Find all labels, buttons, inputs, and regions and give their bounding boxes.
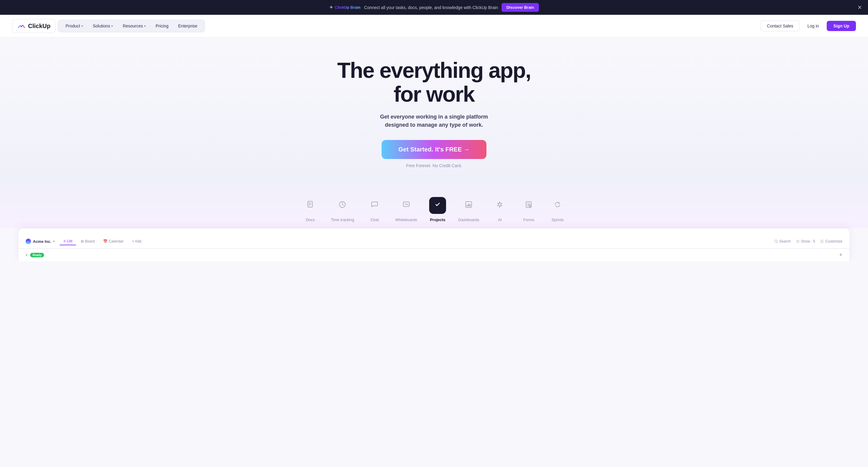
whiteboards-icon <box>402 201 410 210</box>
app-brand[interactable]: Acme Inc. ▾ <box>26 239 55 244</box>
customize-toolbar-button[interactable]: Customize <box>820 239 842 243</box>
nav-menu: Product ▾ Solutions ▾ Resources ▾ Pricin… <box>58 20 205 32</box>
docs-icon-wrap <box>302 197 319 214</box>
hero-title: The everything app, for work <box>329 59 539 106</box>
dashboards-icon <box>465 201 472 210</box>
hero-section: The everything app, for work Get everyon… <box>0 37 868 180</box>
hero-caption: Free Forever. No Credit Card. <box>6 163 862 168</box>
view-tab-list[interactable]: ≡ List <box>60 237 76 245</box>
app-toolbar-right: Search Show · 5 Customize <box>774 239 842 243</box>
view-tab-add[interactable]: + Add <box>128 237 145 245</box>
tab-forms[interactable]: Forms <box>514 192 543 228</box>
svg-rect-24 <box>796 242 799 242</box>
app-toolbar: Acme Inc. ▾ ≡ List ⊞ Board 📅 Calendar + … <box>19 234 849 249</box>
tab-sprints[interactable]: Sprints <box>543 192 572 228</box>
view-tab-board[interactable]: ⊞ Board <box>77 237 98 245</box>
view-tab-calendar[interactable]: 📅 Calendar <box>99 237 127 245</box>
banner-logo-text: ClickUp Brain <box>335 5 361 10</box>
time-tracking-icon-wrap <box>334 197 351 214</box>
whiteboards-icon-wrap <box>398 197 415 214</box>
feature-tabs: Docs Time tracking Chat Whiteboards <box>0 180 868 228</box>
get-started-button[interactable]: Get Started. It's FREE → <box>381 140 487 159</box>
show-toolbar-button[interactable]: Show · 5 <box>796 239 815 243</box>
calendar-icon: 📅 <box>103 239 107 243</box>
projects-tab-label: Projects <box>430 217 445 222</box>
tab-dashboards[interactable]: Dashboards <box>452 192 485 228</box>
nav-item-enterprise[interactable]: Enterprise <box>174 22 202 30</box>
svg-line-6 <box>342 205 343 205</box>
hero-subtitle-line1: Get everyone working in a single platfor… <box>380 114 488 120</box>
sprints-icon-wrap <box>549 197 566 214</box>
tab-time-tracking[interactable]: Time tracking <box>325 192 361 228</box>
tab-projects[interactable]: Projects <box>423 192 452 228</box>
svg-rect-22 <box>796 240 799 240</box>
clickup-logo[interactable]: ClickUp <box>12 19 56 33</box>
product-chevron-icon: ▾ <box>82 24 83 28</box>
svg-point-25 <box>822 241 823 242</box>
dashboards-icon-wrap <box>460 197 477 214</box>
ready-badge: Ready <box>30 253 44 257</box>
hero-title-line2: for work <box>394 82 474 106</box>
chat-icon <box>371 201 378 210</box>
projects-icon <box>433 200 442 211</box>
tab-ai[interactable]: AI <box>485 192 514 228</box>
banner-logo: ✦ ClickUp Brain <box>329 4 361 10</box>
expand-icon[interactable]: + <box>839 252 842 258</box>
search-icon <box>774 239 778 243</box>
nav-item-product[interactable]: Product ▾ <box>61 22 87 30</box>
tab-chat[interactable]: Chat <box>360 192 389 228</box>
sprints-tab-label: Sprints <box>552 217 564 222</box>
app-preview: Acme Inc. ▾ ≡ List ⊞ Board 📅 Calendar + … <box>18 228 850 261</box>
row-chevron-icon[interactable]: ▾ <box>26 253 28 257</box>
list-icon: ≡ <box>63 239 65 243</box>
board-label: Board <box>85 239 95 243</box>
ai-tab-label: AI <box>498 217 501 222</box>
customize-icon <box>820 239 824 243</box>
ai-icon-wrap <box>491 197 508 214</box>
banner-message: Connect all your tasks, docs, people, an… <box>364 5 498 10</box>
search-toolbar-button[interactable]: Search <box>774 239 791 243</box>
sprints-icon <box>554 201 561 210</box>
app-toolbar-left: Acme Inc. ▾ ≡ List ⊞ Board 📅 Calendar + … <box>26 237 145 245</box>
discover-brain-button[interactable]: Discover Brain <box>501 3 539 12</box>
hero-subtitle-line2: designed to manage any type of work. <box>385 122 483 128</box>
login-button[interactable]: Log in <box>803 21 824 31</box>
customize-label: Customize <box>825 239 842 243</box>
show-icon <box>796 239 800 243</box>
solutions-chevron-icon: ▾ <box>111 24 113 28</box>
whiteboards-tab-label: Whiteboards <box>395 217 417 222</box>
nav-left: ClickUp Product ▾ Solutions ▾ Resources … <box>12 19 205 33</box>
clickup-logo-text: ClickUp <box>28 23 50 30</box>
nav-right: Contact Sales Log in Sign Up <box>761 21 856 31</box>
hero-title-line1: The everything app, <box>337 58 531 82</box>
view-tabs: ≡ List ⊞ Board 📅 Calendar + Add <box>60 237 145 245</box>
sparkle-icon: ✦ <box>329 4 333 10</box>
forms-tab-label: Forms <box>523 217 534 222</box>
svg-rect-10 <box>467 205 468 206</box>
calendar-label: Calendar <box>109 239 124 243</box>
search-label: Search <box>779 239 791 243</box>
tab-docs[interactable]: Docs <box>296 192 325 228</box>
navbar: ClickUp Product ▾ Solutions ▾ Resources … <box>0 15 868 37</box>
nav-item-pricing[interactable]: Pricing <box>151 22 173 30</box>
app-row: ▾ Ready + <box>19 249 849 261</box>
ai-icon <box>496 201 504 210</box>
projects-icon-wrap <box>429 197 446 214</box>
nav-item-solutions[interactable]: Solutions ▾ <box>89 22 118 30</box>
banner-close-button[interactable]: ✕ <box>858 4 862 11</box>
top-banner: ✦ ClickUp Brain Connect all your tasks, … <box>0 0 868 15</box>
signup-button[interactable]: Sign Up <box>827 21 856 31</box>
add-view-label: + Add <box>132 239 141 243</box>
svg-line-21 <box>777 242 778 243</box>
brand-chevron-icon: ▾ <box>53 239 55 243</box>
brand-name: Acme Inc. <box>33 239 51 244</box>
brand-dot-icon <box>26 239 31 244</box>
chat-tab-label: Chat <box>370 217 378 222</box>
board-icon: ⊞ <box>81 239 84 243</box>
tab-whiteboards[interactable]: Whiteboards <box>389 192 423 228</box>
docs-tab-label: Docs <box>306 217 315 222</box>
nav-item-resources[interactable]: Resources ▾ <box>119 22 150 30</box>
hero-subtitle: Get everyone working in a single platfor… <box>355 113 513 129</box>
contact-sales-button[interactable]: Contact Sales <box>761 21 800 31</box>
show-label: Show · 5 <box>801 239 815 243</box>
